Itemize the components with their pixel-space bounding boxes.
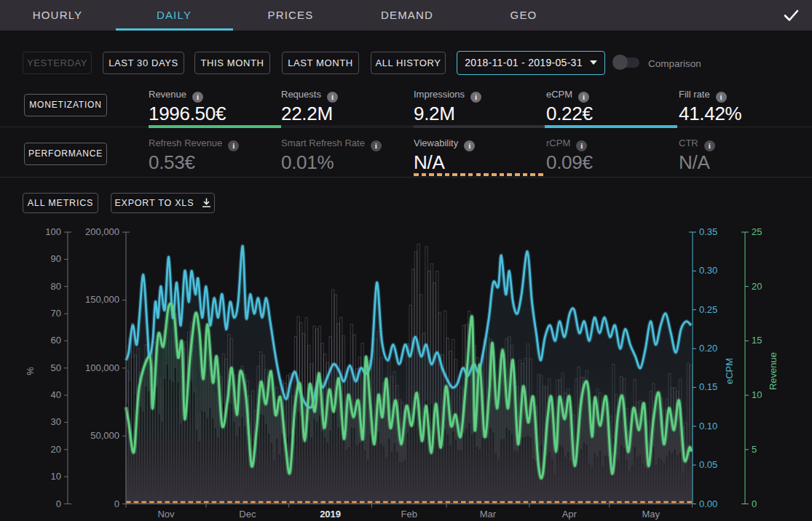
svg-text:0.10: 0.10 <box>699 421 717 431</box>
svg-text:25: 25 <box>752 226 762 237</box>
svg-text:30: 30 <box>51 416 61 427</box>
svg-text:100: 100 <box>45 226 61 237</box>
svg-text:200,000: 200,000 <box>85 226 119 237</box>
svg-text:100,000: 100,000 <box>85 362 119 373</box>
svg-text:150,000: 150,000 <box>85 294 119 305</box>
svg-text:20: 20 <box>51 444 61 455</box>
svg-text:60: 60 <box>51 335 61 346</box>
svg-text:15: 15 <box>752 335 762 346</box>
svg-text:10: 10 <box>752 389 762 400</box>
svg-text:0.15: 0.15 <box>699 381 717 392</box>
svg-text:2019: 2019 <box>320 509 341 520</box>
svg-text:50: 50 <box>51 362 61 373</box>
svg-text:%: % <box>25 367 36 375</box>
svg-text:20: 20 <box>752 281 762 292</box>
svg-text:90: 90 <box>51 253 61 264</box>
svg-text:Mar: Mar <box>480 509 497 520</box>
svg-text:0.35: 0.35 <box>699 226 717 237</box>
svg-text:0.30: 0.30 <box>699 265 717 276</box>
svg-text:5: 5 <box>752 444 757 455</box>
svg-text:0.20: 0.20 <box>699 343 717 354</box>
svg-text:0.05: 0.05 <box>699 459 717 470</box>
svg-text:70: 70 <box>51 308 61 319</box>
svg-text:May: May <box>642 509 660 520</box>
svg-text:50,000: 50,000 <box>90 430 119 441</box>
svg-text:0: 0 <box>752 498 757 509</box>
svg-text:0: 0 <box>114 498 119 509</box>
svg-text:0.25: 0.25 <box>699 304 717 315</box>
svg-text:Dec: Dec <box>239 509 256 520</box>
svg-text:40: 40 <box>51 389 61 400</box>
svg-text:Nov: Nov <box>157 509 175 520</box>
svg-text:Apr: Apr <box>562 509 578 520</box>
svg-text:Revenue: Revenue <box>768 352 779 390</box>
svg-text:0: 0 <box>56 498 61 509</box>
svg-text:Feb: Feb <box>401 509 417 520</box>
svg-text:80: 80 <box>51 281 61 292</box>
svg-text:0.00: 0.00 <box>699 498 717 509</box>
svg-text:10: 10 <box>51 471 61 482</box>
svg-text:eCPM: eCPM <box>724 358 735 384</box>
